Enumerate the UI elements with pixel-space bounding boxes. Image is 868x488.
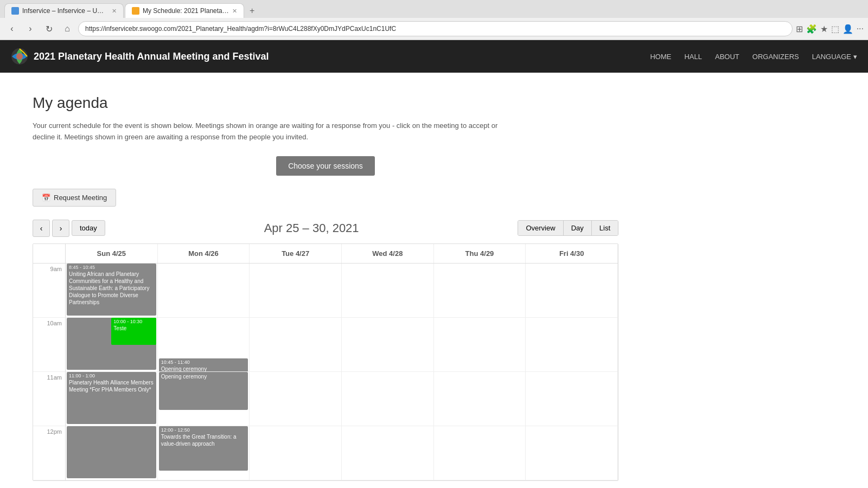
event-time-11am: 11:00 - 1:00 [69, 373, 154, 380]
time-label-11am: 11am [33, 372, 66, 426]
cell-fri-12pm[interactable] [526, 426, 618, 480]
calendar-nav-controls: ‹ › today [33, 220, 105, 237]
cell-tue-12pm[interactable] [250, 426, 342, 480]
nav-organizers[interactable]: ORGANIZERS [752, 53, 799, 61]
cell-sun-12pm[interactable] [66, 426, 158, 480]
page-description: Your current schedule for the event is s… [33, 120, 499, 143]
event-title: Uniting African and Planetary Communitie… [69, 271, 154, 306]
home-button[interactable]: ⌂ [60, 21, 75, 36]
tab-title-2: My Schedule: 2021 Planetary He... [143, 7, 229, 15]
address-bar[interactable] [78, 21, 793, 36]
time-label-10am: 10am [33, 318, 66, 372]
back-button[interactable]: ‹ [4, 21, 20, 36]
calendar-date-range: Apr 25 – 30, 2021 [105, 221, 518, 235]
calendar-view-buttons: Overview Day List [518, 220, 618, 236]
refresh-button[interactable]: ↻ [41, 21, 56, 36]
cell-sun-11am[interactable]: 11:00 - 1:00 Planetary Health Alliance M… [66, 372, 158, 426]
cell-thu-12pm[interactable] [434, 426, 526, 480]
event-title-green: Teste [113, 325, 154, 332]
new-tab-button[interactable]: + [245, 4, 259, 18]
event-title-11am: Planetary Health Alliance Members Meetin… [69, 379, 154, 393]
tab-close-2[interactable]: ✕ [232, 8, 237, 15]
browser-action-buttons: ⊞ 🧩 ★ ⬚ 👤 ··· [796, 24, 864, 34]
tab-title-1: Infservice – Infservice – Um mu... [22, 7, 108, 15]
cell-fri-11am[interactable] [526, 372, 618, 426]
cell-wed-10am[interactable] [342, 318, 434, 372]
tab-favicon-2 [132, 7, 139, 15]
tab-close-1[interactable]: ✕ [112, 8, 117, 15]
site-nav: HOME HALL ABOUT ORGANIZERS LANGUAGE ▾ [650, 53, 857, 61]
forward-button[interactable]: › [23, 21, 38, 36]
extensions-icon[interactable]: 🧩 [806, 24, 817, 34]
browser-tab-bar: Infservice – Infservice – Um mu... ✕ My … [0, 0, 868, 18]
more-icon[interactable]: ··· [857, 24, 864, 34]
collections-icon[interactable]: ⬚ [831, 24, 839, 34]
cell-tue-11am[interactable] [250, 372, 342, 426]
time-label-9am: 9am [33, 264, 66, 318]
main-content: My agenda Your current schedule for the … [0, 73, 651, 488]
event-time-green: 10:00 - 10:30 [113, 319, 154, 325]
event-sun-9am[interactable]: 8:45 - 10:45 Uniting African and Planeta… [67, 264, 156, 316]
event-title-12pm: Towards the Great Transition: a value-dr… [161, 433, 246, 447]
view-list-button[interactable]: List [592, 221, 618, 235]
request-meeting-button[interactable]: 📅 Request Meeting [33, 189, 116, 207]
event-sun-10am-green[interactable]: 10:00 - 10:30 Teste [111, 318, 156, 345]
cell-wed-11am[interactable] [342, 372, 434, 426]
cell-fri-9am[interactable] [526, 264, 618, 318]
calendar-header-row: Sun 4/25 Mon 4/26 Tue 4/27 Wed 4/28 Thu … [33, 244, 618, 264]
prev-period-button[interactable]: ‹ [33, 220, 50, 237]
event-mon-11am-opening[interactable]: Opening ceremony [159, 372, 248, 410]
svg-point-1 [16, 53, 23, 60]
event-mon-10am-opening[interactable]: 10:45 - 11:40 Opening ceremony [159, 358, 248, 372]
header-sun: Sun 4/25 [66, 244, 158, 263]
browser-chrome: Infservice – Infservice – Um mu... ✕ My … [0, 0, 868, 40]
profile-icon[interactable]: 👤 [843, 24, 853, 34]
page-heading: My agenda [33, 94, 618, 112]
apps-icon[interactable]: ⊞ [796, 24, 803, 34]
cell-sun-9am[interactable]: 8:45 - 10:45 Uniting African and Planeta… [66, 264, 158, 318]
cell-sun-10am[interactable]: 10:00 - 10:30 Teste [66, 318, 158, 372]
cell-wed-9am[interactable] [342, 264, 434, 318]
event-time-opening: 10:45 - 11:40 [161, 359, 246, 366]
calendar-grid: Sun 4/25 Mon 4/26 Tue 4/27 Wed 4/28 Thu … [33, 243, 618, 481]
nav-home[interactable]: HOME [650, 53, 671, 61]
cell-thu-11am[interactable] [434, 372, 526, 426]
view-overview-button[interactable]: Overview [518, 221, 563, 235]
header-fri: Fri 4/30 [526, 244, 618, 263]
cell-thu-9am[interactable] [434, 264, 526, 318]
cell-mon-9am[interactable] [158, 264, 250, 318]
language-dropdown[interactable]: LANGUAGE ▾ [812, 53, 857, 61]
cell-wed-12pm[interactable] [342, 426, 434, 480]
view-day-button[interactable]: Day [564, 221, 592, 235]
cell-mon-11am[interactable]: Opening ceremony [158, 372, 250, 426]
event-time-12pm: 12:00 - 12:50 [161, 427, 246, 434]
next-period-button[interactable]: › [52, 220, 69, 237]
browser-tab-1[interactable]: Infservice – Infservice – Um mu... ✕ [4, 3, 124, 18]
cell-mon-12pm[interactable]: 12:00 - 12:50 Towards the Great Transiti… [158, 426, 250, 480]
site-title: 2021 Planetary Health Annual Meeting and… [34, 51, 269, 62]
today-button[interactable]: today [72, 220, 105, 236]
cell-mon-10am[interactable]: 10:45 - 11:40 Opening ceremony [158, 318, 250, 372]
site-logo: 2021 Planetary Health Annual Meeting and… [11, 48, 269, 65]
nav-about[interactable]: ABOUT [715, 53, 739, 61]
choose-sessions-button[interactable]: Choose your sessions [276, 156, 375, 176]
tab-favicon-1 [11, 7, 19, 15]
header-tue: Tue 4/27 [250, 244, 342, 263]
site-header: 2021 Planetary Health Annual Meeting and… [0, 40, 868, 73]
cell-fri-10am[interactable] [526, 318, 618, 372]
browser-controls: ‹ › ↻ ⌂ ⊞ 🧩 ★ ⬚ 👤 ··· [0, 18, 868, 40]
nav-hall[interactable]: HALL [684, 53, 702, 61]
browser-tab-2[interactable]: My Schedule: 2021 Planetary He... ✕ [125, 3, 244, 18]
time-column-header [33, 244, 66, 263]
header-thu: Thu 4/29 [434, 244, 526, 263]
event-time: 8:45 - 10:45 [69, 265, 154, 271]
event-mon-12pm[interactable]: 12:00 - 12:50 Towards the Great Transiti… [159, 426, 248, 471]
favorites-icon[interactable]: ★ [820, 24, 828, 34]
cell-thu-10am[interactable] [434, 318, 526, 372]
event-sun-11am[interactable]: 11:00 - 1:00 Planetary Health Alliance M… [67, 372, 156, 424]
event-sun-12pm[interactable] [67, 426, 156, 478]
cell-tue-10am[interactable] [250, 318, 342, 372]
header-wed: Wed 4/28 [342, 244, 434, 263]
calendar-icon: 📅 [42, 194, 50, 202]
cell-tue-9am[interactable] [250, 264, 342, 318]
